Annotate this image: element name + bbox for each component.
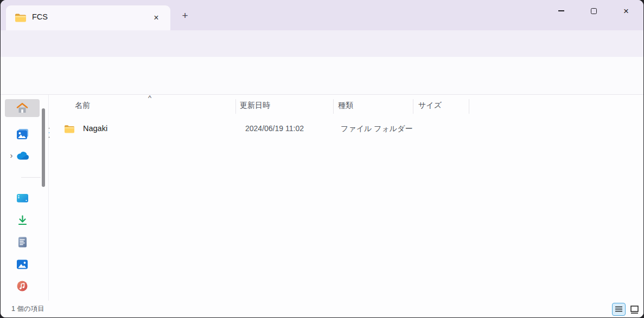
tab-title: FCS xyxy=(32,12,48,21)
pictures-icon xyxy=(16,259,28,270)
new-tab-button[interactable]: + xyxy=(177,9,193,23)
sidebar-scrollbar[interactable] xyxy=(42,108,45,187)
folder-icon xyxy=(15,13,27,23)
maximize-icon xyxy=(591,8,597,14)
sidebar-item-videos[interactable] xyxy=(5,189,40,207)
item-count: 1 個の項目 xyxy=(11,304,44,314)
onedrive-cloud-icon xyxy=(16,151,29,160)
navigation-bar: ← → ↑ › FCS_ProjectFolder › FCS › xyxy=(1,30,643,57)
tab-close-icon[interactable]: × xyxy=(149,10,164,25)
explorer-tab[interactable]: FCS × xyxy=(6,5,170,30)
sidebar-item-gallery[interactable] xyxy=(5,125,40,143)
sidebar-item-music[interactable] xyxy=(5,277,40,295)
minimize-button[interactable] xyxy=(549,0,573,22)
file-type: ファイル フォルダー xyxy=(341,124,413,134)
file-name: Nagaki xyxy=(83,124,107,133)
sidebar-item-pictures[interactable] xyxy=(5,255,40,273)
column-header-type[interactable]: 種類 xyxy=(338,101,353,111)
downloads-icon xyxy=(17,215,28,226)
file-explorer-window: FCS × + × ← → ↑ › FCS_ProjectFolder › FC… xyxy=(1,0,643,317)
sidebar-item-home[interactable] xyxy=(5,99,40,117)
minimize-icon xyxy=(558,10,564,11)
home-icon xyxy=(16,102,28,114)
column-resize-handle[interactable] xyxy=(235,99,236,114)
column-resize-handle[interactable] xyxy=(413,99,413,114)
navigation-pane: › xyxy=(1,95,49,301)
file-row[interactable]: Nagaki 2024/06/19 11:02 ファイル フォルダー xyxy=(55,120,637,138)
status-bar: 1 個の項目 xyxy=(1,301,643,317)
file-modified: 2024/06/19 11:02 xyxy=(245,124,304,133)
sort-ascending-icon: ^ xyxy=(148,94,151,102)
documents-icon xyxy=(17,236,28,248)
file-list: ^ 名前 更新日時 種類 サイズ Nagaki 2024/06/19 11:02… xyxy=(49,95,643,301)
column-resize-handle[interactable] xyxy=(333,99,334,114)
maximize-button[interactable] xyxy=(581,0,606,22)
close-button[interactable]: × xyxy=(613,0,640,22)
command-bar: 新規作成 A ↑↓ 並べ替え 表示 xyxy=(1,57,643,95)
gallery-icon xyxy=(16,128,29,140)
thumbnail-view-icon xyxy=(630,305,639,314)
column-header-name[interactable]: 名前 xyxy=(75,101,90,111)
sidebar-divider xyxy=(21,177,41,178)
column-header-modified[interactable]: 更新日時 xyxy=(240,101,270,111)
column-resize-handle[interactable] xyxy=(469,99,469,114)
videos-icon xyxy=(16,193,29,203)
details-view-toggle[interactable] xyxy=(612,303,626,316)
sidebar-item-downloads[interactable] xyxy=(5,211,40,229)
sidebar-item-onedrive[interactable] xyxy=(5,147,40,165)
thumbnail-view-toggle[interactable] xyxy=(628,303,641,316)
music-icon xyxy=(16,280,28,292)
folder-icon xyxy=(64,125,75,133)
titlebar: FCS × + × xyxy=(1,0,643,30)
sidebar-item-documents[interactable] xyxy=(5,233,40,251)
close-icon: × xyxy=(623,7,629,16)
column-header-size[interactable]: サイズ xyxy=(418,101,442,111)
list-view-icon xyxy=(615,306,623,313)
